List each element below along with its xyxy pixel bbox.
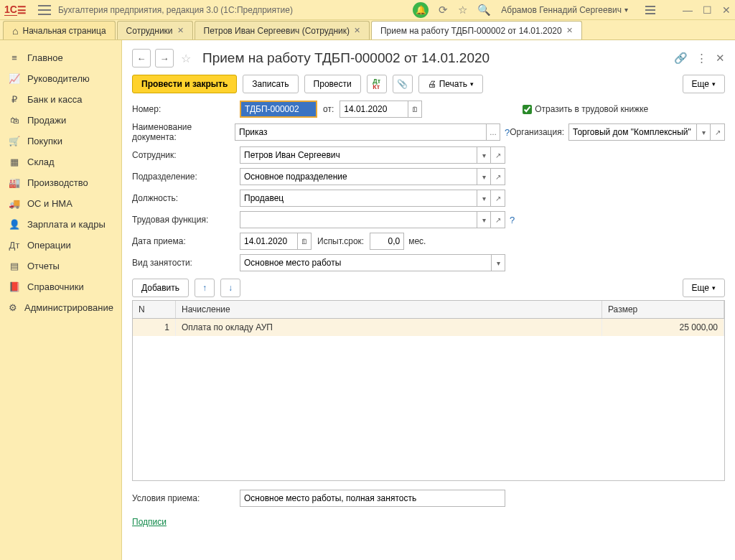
label-department: Подразделение: (132, 172, 240, 182)
position-field[interactable] (240, 190, 477, 207)
label-org: Организация: (510, 127, 564, 137)
maximize-button[interactable]: ☐ (703, 4, 712, 16)
chevron-down-icon[interactable]: ▾ (477, 146, 491, 164)
more-button[interactable]: Еще ▾ (683, 75, 725, 93)
col-amount: Размер (602, 301, 724, 318)
nav-operations[interactable]: ДтОперации (0, 235, 121, 256)
nav-warehouse[interactable]: ▦Склад (0, 151, 121, 172)
document-content: ← → Прием на работу ТДБП-000002 от 14.01… (122, 40, 735, 560)
col-accrual: Начисление (176, 301, 602, 318)
attach-button[interactable]: 📎 (393, 75, 413, 93)
print-button[interactable]: 🖨 Печать ▾ (418, 75, 483, 93)
close-icon[interactable]: ✕ (566, 26, 573, 35)
open-icon[interactable]: ↗ (491, 190, 505, 207)
nav-reports[interactable]: ▤Отчеты (0, 256, 121, 276)
link-icon[interactable]: 🔗 (674, 52, 688, 65)
help-icon[interactable]: ? (510, 215, 515, 225)
help-icon[interactable]: ? (505, 127, 510, 138)
cond-field[interactable] (240, 490, 505, 507)
table-more-button[interactable]: Еще ▾ (683, 279, 725, 297)
nav-production[interactable]: 🏭Производство (0, 172, 121, 193)
post-close-button[interactable]: Провести и закрыть (132, 75, 237, 93)
reflect-checkbox[interactable]: Отразить в трудовой книжке (523, 104, 648, 114)
chevron-down-icon[interactable]: ▾ (696, 123, 711, 141)
close-icon[interactable]: ✕ (354, 26, 360, 35)
tab-employees[interactable]: Сотрудники ✕ (117, 21, 193, 39)
table-row[interactable]: 1 Оплата по окладу АУП 25 000,00 (133, 319, 724, 336)
nav-purchases[interactable]: 🛒Покупки (0, 131, 121, 151)
menu2-icon[interactable] (645, 6, 655, 14)
label-emptype: Вид занятости: (132, 258, 240, 268)
back-button[interactable]: ← (132, 49, 151, 67)
tab-employee-card[interactable]: Петров Иван Сергеевич (Сотрудник) ✕ (195, 21, 370, 39)
label-cond: Условия приема: (132, 493, 240, 503)
chevron-down-icon[interactable]: ▾ (477, 168, 491, 185)
label-labor: Трудовая функция: (132, 215, 240, 225)
close-doc-icon[interactable]: ✕ (716, 52, 725, 65)
nav-bank[interactable]: ₽Банк и касса (0, 89, 121, 110)
label-employee: Сотрудник: (132, 150, 240, 160)
history-icon[interactable]: ⟳ (439, 4, 448, 17)
label-hire-date: Дата приема: (132, 236, 240, 246)
nav-os[interactable]: 🚚ОС и НМА (0, 193, 121, 214)
calendar-icon[interactable]: 🗓 (297, 233, 312, 250)
chevron-down-icon: ▾ (624, 6, 628, 14)
open-icon[interactable]: ↗ (491, 146, 505, 164)
accruals-table[interactable]: N Начисление Размер 1 Оплата по окладу А… (132, 300, 725, 481)
move-down-button[interactable]: ↓ (220, 279, 240, 297)
page-title: Прием на работу ТДБП-000002 от 14.01.202… (202, 50, 490, 66)
org-field[interactable] (568, 123, 696, 141)
trial-field[interactable] (370, 233, 404, 250)
number-field[interactable] (240, 101, 317, 118)
label-trial: Испыт.срок: (317, 236, 364, 246)
nav-admin[interactable]: ⚙Администрирование (0, 297, 121, 318)
dtkt-button[interactable]: ДтКт (367, 75, 387, 93)
username[interactable]: Абрамов Геннадий Сергеевич ▾ (501, 5, 628, 15)
more-icon[interactable]: ⋮ (696, 52, 707, 65)
star-icon[interactable]: ☆ (458, 4, 467, 17)
search-icon[interactable]: 🔍 (477, 4, 491, 17)
bell-icon[interactable]: 🔔 (413, 2, 429, 18)
sidebar: ≡Главное 📈Руководителю ₽Банк и касса 🛍Пр… (0, 40, 122, 560)
save-button[interactable]: Записать (243, 75, 298, 93)
signatures-link[interactable]: Подписи (132, 517, 167, 527)
tab-home[interactable]: Начальная страница (3, 21, 116, 39)
employee-field[interactable] (240, 146, 477, 164)
home-icon (12, 25, 18, 37)
app-title: Бухгалтерия предприятия, редакция 3.0 (1… (58, 5, 413, 15)
hire-date-field[interactable] (240, 233, 297, 250)
chevron-down-icon[interactable]: ▾ (491, 254, 505, 271)
close-button[interactable]: ✕ (722, 4, 731, 16)
calendar-icon[interactable]: 🗓 (408, 101, 422, 118)
forward-button[interactable]: → (155, 49, 174, 67)
open-icon[interactable]: ↗ (491, 168, 505, 185)
close-icon[interactable]: ✕ (177, 26, 184, 35)
add-row-button[interactable]: Добавить (132, 279, 189, 297)
department-field[interactable] (240, 168, 477, 185)
col-n: N (133, 301, 176, 318)
favorite-icon[interactable] (181, 52, 191, 65)
nav-catalogs[interactable]: 📕Справочники (0, 276, 121, 297)
labor-field[interactable] (240, 211, 477, 228)
menu-icon[interactable] (38, 5, 51, 15)
open-icon[interactable]: ↗ (711, 123, 725, 141)
chevron-down-icon[interactable]: ▾ (477, 190, 491, 207)
open-icon[interactable]: ↗ (491, 211, 505, 228)
logo-1c: 1C☰ (4, 4, 27, 16)
label-position: Должность: (132, 193, 240, 203)
nav-manager[interactable]: 📈Руководителю (0, 68, 121, 89)
nav-salary[interactable]: 👤Зарплата и кадры (0, 214, 121, 235)
tab-hire-doc[interactable]: Прием на работу ТДБП-000002 от 14.01.202… (371, 21, 582, 39)
date-field[interactable] (340, 101, 408, 118)
chevron-down-icon[interactable]: ▾ (477, 211, 491, 228)
label-docname: Наименование документа: (132, 122, 235, 142)
ellipsis-icon[interactable]: … (486, 123, 500, 141)
docname-field[interactable] (235, 123, 486, 141)
post-button[interactable]: Провести (304, 75, 361, 93)
move-up-button[interactable]: ↑ (195, 279, 215, 297)
emptype-field[interactable] (240, 254, 491, 271)
nav-sales[interactable]: 🛍Продажи (0, 110, 121, 131)
nav-main[interactable]: ≡Главное (0, 47, 121, 68)
label-mes: мес. (408, 236, 426, 246)
minimize-button[interactable]: — (683, 4, 693, 16)
